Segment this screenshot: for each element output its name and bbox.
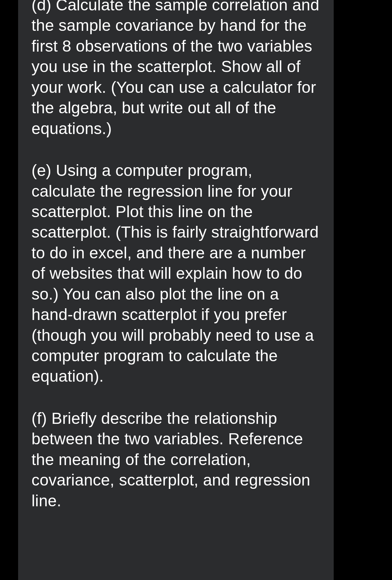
question-f: (f) Briefly describe the relationship be… [31, 408, 320, 511]
question-d: (d) Calculate the sample correlation and… [31, 0, 320, 139]
question-e: (e) Using a computer program, calculate … [31, 160, 320, 387]
document-panel: (d) Calculate the sample correlation and… [18, 0, 334, 580]
